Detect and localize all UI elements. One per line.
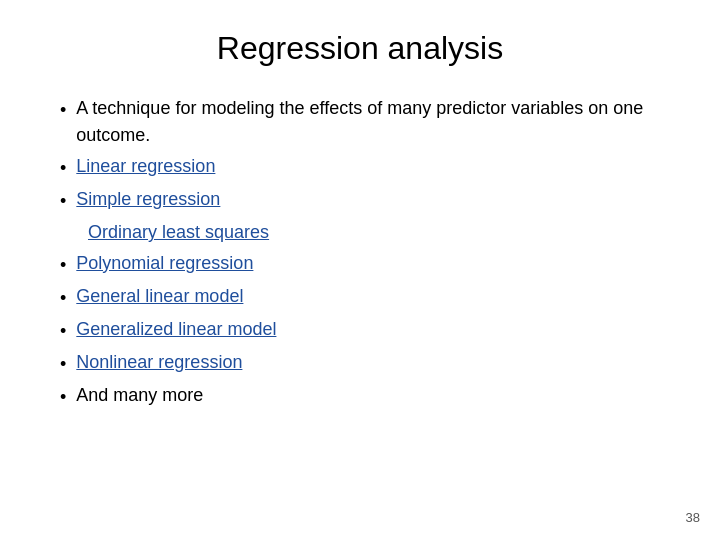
item-text-general-linear-model: General linear model (76, 283, 670, 310)
content-area: • A technique for modeling the effects o… (50, 95, 670, 411)
list-item-linear-regression: • Linear regression (60, 153, 670, 182)
list-item-nonlinear-regression: • Nonlinear regression (60, 349, 670, 378)
bullet-list: • A technique for modeling the effects o… (50, 95, 670, 411)
list-item-generalized-linear-model: • Generalized linear model (60, 316, 670, 345)
bullet-dot: • (60, 155, 66, 182)
link-polynomial-regression[interactable]: Polynomial regression (76, 253, 253, 273)
link-generalized-linear-model[interactable]: Generalized linear model (76, 319, 276, 339)
list-item-simple-regression: • Simple regression (60, 186, 670, 215)
item-text-polynomial-regression: Polynomial regression (76, 250, 670, 277)
link-general-linear-model[interactable]: General linear model (76, 286, 243, 306)
link-linear-regression[interactable]: Linear regression (76, 156, 215, 176)
item-text-and-many-more: And many more (76, 382, 670, 409)
bullet-dot: • (60, 188, 66, 215)
bullet-dot: • (60, 252, 66, 279)
link-ordinary-least-squares[interactable]: Ordinary least squares (88, 222, 269, 242)
link-nonlinear-regression[interactable]: Nonlinear regression (76, 352, 242, 372)
item-text-generalized-linear-model: Generalized linear model (76, 316, 670, 343)
slide: Regression analysis • A technique for mo… (0, 0, 720, 540)
item-text-nonlinear-regression: Nonlinear regression (76, 349, 670, 376)
bullet-dot: • (60, 285, 66, 312)
slide-title: Regression analysis (50, 30, 670, 67)
list-item-general-linear-model: • General linear model (60, 283, 670, 312)
list-item-ordinary-least-squares: Ordinary least squares (60, 219, 670, 246)
item-text-intro: A technique for modeling the effects of … (76, 95, 670, 149)
item-text-simple-regression: Simple regression (76, 186, 670, 213)
bullet-dot: • (60, 97, 66, 124)
page-number: 38 (686, 510, 700, 525)
bullet-dot: • (60, 384, 66, 411)
bullet-dot: • (60, 318, 66, 345)
bullet-dot: • (60, 351, 66, 378)
list-item-and-many-more: • And many more (60, 382, 670, 411)
item-text-ordinary-least-squares: Ordinary least squares (88, 219, 670, 246)
list-item-polynomial-regression: • Polynomial regression (60, 250, 670, 279)
link-simple-regression[interactable]: Simple regression (76, 189, 220, 209)
list-item-intro: • A technique for modeling the effects o… (60, 95, 670, 149)
item-text-linear-regression: Linear regression (76, 153, 670, 180)
